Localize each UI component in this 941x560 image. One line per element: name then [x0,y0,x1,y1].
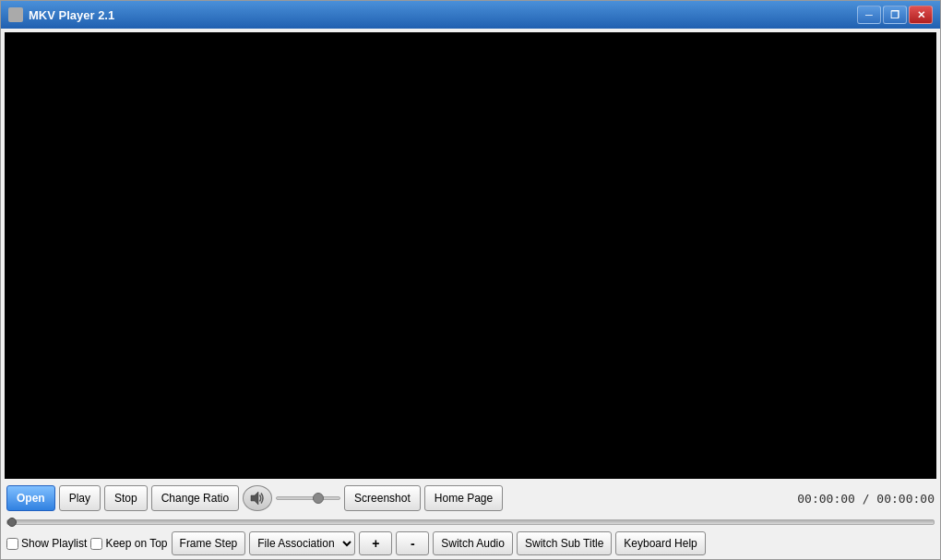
keyboard-help-button[interactable]: Keyboard Help [615,531,705,555]
video-display [5,32,936,479]
minimize-button[interactable]: ─ [857,6,881,24]
stop-button[interactable]: Stop [104,485,148,511]
minus-button[interactable]: - [396,531,429,555]
switch-subtitle-button[interactable]: Switch Sub Title [517,531,612,555]
keep-on-top-label[interactable]: Keep on Top [90,537,167,550]
home-page-button[interactable]: Home Page [424,485,503,511]
change-ratio-button[interactable]: Change Ratio [151,485,239,511]
volume-icon[interactable] [243,485,272,511]
speaker-icon [249,490,266,506]
seek-bar-container [6,515,935,528]
restore-button[interactable]: ❐ [883,6,907,24]
main-controls-row: Open Play Stop Change Ratio Screenshot H… [6,485,935,511]
play-button[interactable]: Play [59,485,101,511]
close-button[interactable]: ✕ [909,6,933,24]
controls-area: Open Play Stop Change Ratio Screenshot H… [1,481,940,559]
keep-on-top-checkbox[interactable] [90,538,102,550]
main-window: MKV Player 2.1 ─ ❐ ✕ Open Play Stop Chan… [0,0,941,560]
window-title: MKV Player 2.1 [29,8,857,22]
plus-button[interactable]: + [359,531,392,555]
svg-marker-0 [251,492,258,505]
screenshot-button[interactable]: Screenshot [344,485,421,511]
time-display: 00:00:00 / 00:00:00 [797,492,935,506]
show-playlist-checkbox[interactable] [6,538,18,550]
app-icon [8,7,23,22]
window-controls: ─ ❐ ✕ [857,6,933,24]
secondary-controls-row: Show Playlist Keep on Top Frame Step Fil… [6,531,935,555]
seek-bar[interactable] [6,519,935,525]
frame-step-button[interactable]: Frame Step [172,531,246,555]
file-association-dropdown[interactable]: File Association [249,531,355,555]
volume-slider[interactable] [276,496,340,500]
switch-audio-button[interactable]: Switch Audio [433,531,513,555]
title-bar: MKV Player 2.1 ─ ❐ ✕ [1,1,940,29]
open-button[interactable]: Open [6,485,55,511]
show-playlist-label[interactable]: Show Playlist [6,537,87,550]
